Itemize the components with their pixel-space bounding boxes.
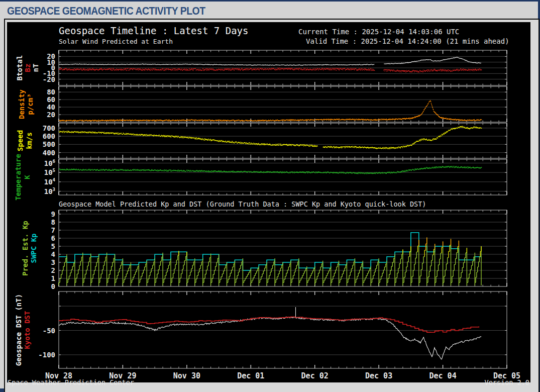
svg-text:-50: -50	[43, 327, 55, 335]
svg-text:Geospace DST (nT): Geospace DST (nT)	[15, 294, 23, 366]
svg-text:1: 1	[51, 274, 55, 282]
svg-text:Kyoto DST: Kyoto DST	[23, 311, 31, 349]
svg-text:0: 0	[51, 282, 55, 290]
svg-text:Pred. Est. Kp: Pred. Est. Kp	[21, 221, 29, 276]
svg-text:Dec 01: Dec 01	[237, 371, 264, 380]
svg-text:Btotal: Btotal	[16, 55, 24, 81]
page-header: GEOSPACE GEOMAGNETIC ACTIVITY PLOT	[0, 2, 538, 19]
svg-text:4: 4	[51, 250, 55, 258]
svg-text:Density: Density	[18, 89, 26, 119]
svg-text:2: 2	[51, 266, 55, 274]
svg-text:3: 3	[51, 258, 55, 266]
svg-text:nT: nT	[32, 64, 40, 72]
svg-text:Temperature: Temperature	[14, 154, 22, 201]
plot-frame: 20100-10-20BtotalBznT80604020Densityp/cm…	[4, 19, 539, 392]
footer-source: Space Weather Prediction Center	[8, 379, 134, 386]
svg-text:104: 104	[44, 177, 56, 186]
svg-text:Speed: Speed	[16, 130, 24, 151]
svg-text:SWPC Kp: SWPC Kp	[30, 233, 38, 263]
svg-text:p/cm³: p/cm³	[26, 93, 34, 115]
svg-text:-100: -100	[38, 351, 55, 359]
svg-text:Dec 02: Dec 02	[301, 371, 329, 380]
svg-text:40: 40	[47, 103, 55, 111]
current-time: Current Time : 2025-12-04 14:03:06 UTC	[298, 28, 459, 36]
valid-time: Valid Time : 2025-12-04 14:24:00 (21 min…	[306, 38, 509, 45]
svg-text:103: 103	[44, 187, 55, 195]
svg-text:6: 6	[51, 234, 55, 242]
svg-text:105: 105	[44, 168, 55, 176]
plot-canvas-container: 20100-10-20BtotalBznT80604020Densityp/cm…	[7, 22, 530, 382]
kp-dst-section-title: Geospace Model Predicted Kp and DST (Gro…	[59, 201, 426, 208]
svg-text:km/s: km/s	[25, 132, 33, 149]
svg-text:60: 60	[47, 95, 55, 104]
svg-text:700: 700	[43, 124, 55, 132]
svg-text:106: 106	[44, 159, 55, 167]
svg-text:K: K	[23, 175, 31, 179]
svg-text:600: 600	[43, 132, 55, 140]
svg-text:500: 500	[43, 140, 55, 148]
svg-text:5: 5	[51, 242, 55, 250]
svg-text:7: 7	[51, 226, 55, 234]
footer-version: Version 2.0	[485, 379, 529, 386]
svg-text:20: 20	[47, 111, 55, 119]
page-title: GEOSPACE GEOMAGNETIC ACTIVITY PLOT	[0, 2, 473, 18]
plot-title: Geospace Timeline : Latest 7 Days	[59, 26, 249, 36]
svg-text:9: 9	[51, 210, 55, 218]
svg-text:8: 8	[51, 218, 55, 226]
svg-text:Dec 04: Dec 04	[429, 371, 457, 380]
svg-text:Bz: Bz	[24, 64, 32, 72]
svg-text:400: 400	[43, 149, 55, 157]
svg-text:Dec 03: Dec 03	[365, 371, 392, 380]
svg-text:80: 80	[47, 88, 55, 96]
svg-text:Nov 30: Nov 30	[173, 371, 200, 380]
plot-subtitle: Solar Wind Predicted at Earth	[59, 38, 173, 45]
svg-text:-20: -20	[43, 75, 55, 83]
